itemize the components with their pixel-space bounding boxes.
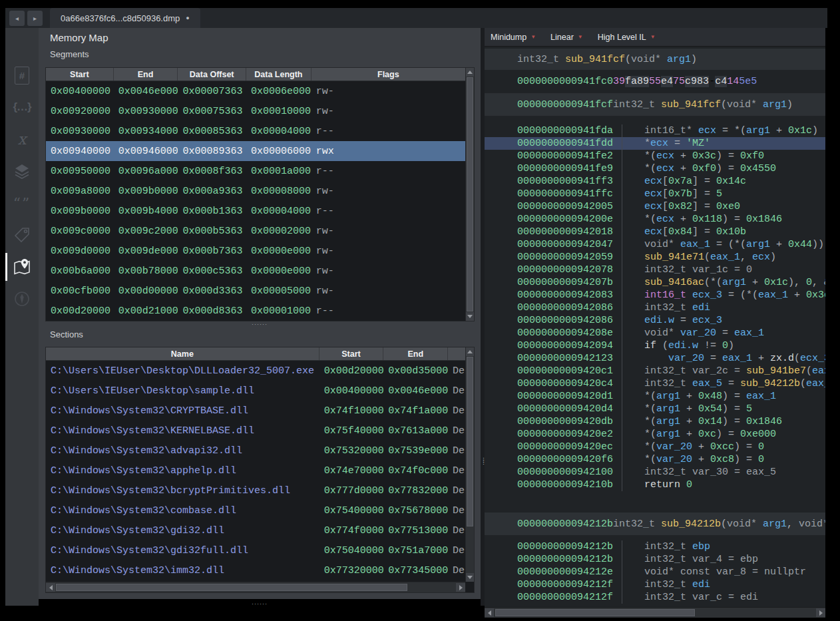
memory-map-icon[interactable] (5, 251, 39, 283)
column-header[interactable]: Flags (312, 68, 465, 81)
code-line[interactable]: 00000000009420c4int32_t eax_5 = sub_9421… (485, 377, 825, 390)
function-signature-band[interactable]: int32_t sub_941fcf(void* arg1) (485, 49, 825, 70)
column-header[interactable]: Start (46, 68, 114, 81)
hash-document-icon[interactable]: # (5, 59, 39, 91)
code-line[interactable]: 0000000000942086edi.w = ecx_3 (485, 314, 825, 327)
code-line[interactable]: 000000000094208evoid* var_20 = eax_1 (485, 327, 825, 339)
file-tab[interactable]: 0a66e8376fc6...c8d50936.dmp ● (50, 8, 200, 28)
code-line[interactable]: 0000000000942100int32_t var_30 = eax_5 (485, 466, 825, 479)
section-row[interactable]: C:\Windows\System32\advapi32.dll0x753200… (46, 441, 465, 461)
scrollbar-handle[interactable] (495, 609, 695, 616)
code-line[interactable]: 0000000000941fdaint16_t* ecx = *(arg1 + … (485, 124, 825, 137)
nav-back-button[interactable]: ◂ (9, 11, 25, 26)
layers-icon[interactable] (5, 155, 39, 187)
scroll-up-icon[interactable] (466, 347, 474, 356)
nav-forward-button[interactable]: ▸ (27, 11, 43, 26)
code-line[interactable]: 000000000094212evoid* const var_8 = null… (485, 566, 825, 578)
code-line[interactable]: 0000000000941ffcecx[0x7b] = 5 (485, 188, 825, 200)
code-line[interactable]: 0000000000942078int32_t var_1c = 0 (485, 264, 825, 276)
code-line[interactable]: 000000000094207bsub_9416ac(*(arg1 + 0x1c… (485, 276, 825, 289)
code-line[interactable]: 00000000009420f6*(var_20 + 0xc8) = 0 (485, 453, 825, 466)
dropdown-linear[interactable]: Linear▼ (550, 33, 583, 42)
scroll-right-icon[interactable] (456, 583, 465, 592)
code-line[interactable]: 00000000009420ec*(var_20 + 0xcc) = 0 (485, 441, 825, 453)
code-line[interactable]: 0000000000941fe2*(ecx + 0x3c) = 0xf0 (485, 150, 825, 162)
code-line[interactable]: 0000000000942086int32_t edi (485, 302, 825, 314)
dropdown-minidump[interactable]: Minidump▼ (491, 33, 536, 42)
braces-icon[interactable]: {…} (5, 91, 39, 123)
section-row[interactable]: C:\Windows\System32\apphelp.dll0x74e7000… (46, 461, 465, 481)
hex-bytes-line[interactable]: 0000000000941fc0 39 fa 89 55 e4 75 c9 83… (485, 70, 825, 93)
code-line[interactable]: 00000000009420c1int32_t var_2c = sub_941… (485, 365, 825, 377)
column-header[interactable]: Data Length (246, 68, 312, 81)
scroll-up-icon[interactable] (466, 68, 474, 77)
segment-row[interactable]: 0x00d200000x00d210000x000d83630x00001000… (46, 301, 465, 321)
panel-splitter-handle[interactable]: ······ (252, 602, 268, 606)
column-header[interactable] (448, 347, 465, 360)
dropdown-high-level-il[interactable]: High Level IL▼ (598, 33, 656, 42)
variable-x-icon[interactable]: x (5, 123, 39, 155)
segment-row[interactable]: 0x009400000x009460000x000893630x00006000… (46, 141, 465, 161)
tag-icon[interactable] (5, 219, 39, 251)
code-line[interactable]: 000000000094212fint32_t edi (485, 578, 825, 591)
code-line[interactable]: 0000000000942047void* eax_1 = (*(arg1 + … (485, 238, 825, 251)
code-line[interactable]: 0000000000942083int16_t ecx_3 = (*(eax_1… (485, 289, 825, 302)
scroll-right-icon[interactable] (816, 608, 825, 617)
section-row[interactable]: C:\Users\IEUser\Desktop\sample.dll0x0040… (46, 381, 465, 401)
code-line[interactable]: 000000000094212bint32_t ebp (485, 540, 825, 553)
code-line[interactable]: 0000000000942123var_20 = eax_1 + zx.d(ec… (485, 352, 825, 365)
code-line[interactable]: 0000000000942018ecx[0x84] = 0x10b (485, 226, 825, 238)
segment-row[interactable]: 0x004000000x0046e0000x000073630x0006e000… (46, 81, 465, 101)
function-header-band[interactable]: 0000000000941fcf int32_t sub_941fcf(void… (485, 93, 825, 116)
code-line[interactable]: 0000000000941ff3ecx[0x7a] = 0x14c (485, 175, 825, 188)
segment-row[interactable]: 0x009b00000x009b40000x000b13630x00004000… (46, 201, 465, 221)
segment-row[interactable]: 0x009200000x009300000x000753630x00010000… (46, 101, 465, 121)
code-line[interactable]: 00000000009420e2*(arg1 + 0xc) = 0xe000 (485, 428, 825, 441)
scroll-down-icon[interactable] (466, 312, 474, 321)
code-line[interactable]: 0000000000942059sub_941e71(eax_1, ecx) (485, 251, 825, 264)
code-line[interactable]: 000000000094210breturn 0 (485, 479, 825, 491)
scrollbar-handle[interactable] (467, 357, 473, 526)
section-row[interactable]: C:\Windows\System32\combase.dll0x7540000… (46, 501, 465, 520)
segment-row[interactable]: 0x009c00000x009c20000x000b53630x00002000… (46, 221, 465, 241)
section-row[interactable]: C:\Windows\System32\imm32.dll0x773200000… (46, 560, 465, 580)
code-line[interactable]: 00000000009420d4*(arg1 + 0x54) = 5 (485, 403, 825, 415)
segment-row[interactable]: 0x009300000x009340000x000853630x00004000… (46, 121, 465, 141)
segment-row[interactable]: 0x009500000x0096a0000x0008f3630x0001a000… (46, 161, 465, 181)
code-line[interactable]: 000000000094212bint32_t var_4 = ebp (485, 553, 825, 566)
segment-row[interactable]: 0x009a80000x009b00000x000a93630x00008000… (46, 181, 465, 201)
section-row[interactable]: C:\Windows\System32\gdi32full.dll0x75040… (46, 540, 465, 560)
section-row[interactable]: C:\Windows\System32\CRYPTBASE.dll0x74f10… (46, 401, 465, 421)
scrollbar-handle[interactable] (467, 77, 473, 311)
code-line[interactable]: 0000000000942094if (edi.w != 0) (485, 339, 825, 352)
section-row[interactable]: C:\Windows\System32\KERNELBASE.dll0x75f4… (46, 421, 465, 441)
segment-row[interactable]: 0x00cfb0000x00d000000x000d33630x00005000… (46, 281, 465, 301)
code-line[interactable]: 0000000000941fe9*(ecx + 0xf0) = 0x4550 (485, 162, 825, 175)
code-line[interactable]: 0000000000942005ecx[0x82] = 0xe0 (485, 200, 825, 213)
segment-row[interactable]: 0x00b6a0000x00b780000x000c53630x0000e000… (46, 261, 465, 281)
column-header[interactable]: Data Offset (178, 68, 246, 81)
code-line[interactable]: 00000000009420db*(arg1 + 0x14) = 0x1846 (485, 415, 825, 428)
section-row[interactable]: C:\Windows\System32\gdi32.dll0x774f00000… (46, 520, 465, 540)
column-header[interactable]: Name (46, 347, 319, 360)
section-row[interactable]: C:\Users\IEUser\Desktop\DLLLoader32_5007… (46, 361, 465, 381)
function-header-band[interactable]: 000000000094212b int32_t sub_94212b(void… (485, 513, 825, 535)
code-line[interactable]: 00000000009420d1*(arg1 + 0x48) = eax_1 (485, 390, 825, 403)
scroll-down-icon[interactable] (466, 573, 474, 582)
code-line[interactable]: 000000000094212fint32_t var_c = edi (485, 591, 825, 604)
section-row[interactable]: C:\Windows\System32\bcryptPrimitives.dll… (46, 481, 465, 501)
scroll-left-icon[interactable] (46, 583, 55, 592)
code-line[interactable]: 000000000094200e*(ecx + 0x118) = 0x1846 (485, 213, 825, 226)
segment-row[interactable]: 0x009d00000x009de0000x000b73630x0000e000… (46, 241, 465, 261)
segments-vertical-scrollbar[interactable] (465, 68, 474, 321)
compass-icon[interactable] (5, 283, 39, 315)
column-header[interactable]: End (383, 347, 448, 360)
sections-vertical-scrollbar[interactable] (465, 347, 474, 582)
linear-view-horizontal-scrollbar[interactable] (485, 607, 825, 618)
panel-splitter-handle[interactable]: ······ (252, 322, 268, 326)
column-header[interactable]: End (114, 68, 178, 81)
scroll-left-icon[interactable] (485, 608, 494, 617)
scrollbar-handle[interactable] (56, 584, 407, 591)
quotes-icon[interactable]: “” (5, 187, 39, 219)
column-header[interactable]: Start (319, 347, 384, 360)
